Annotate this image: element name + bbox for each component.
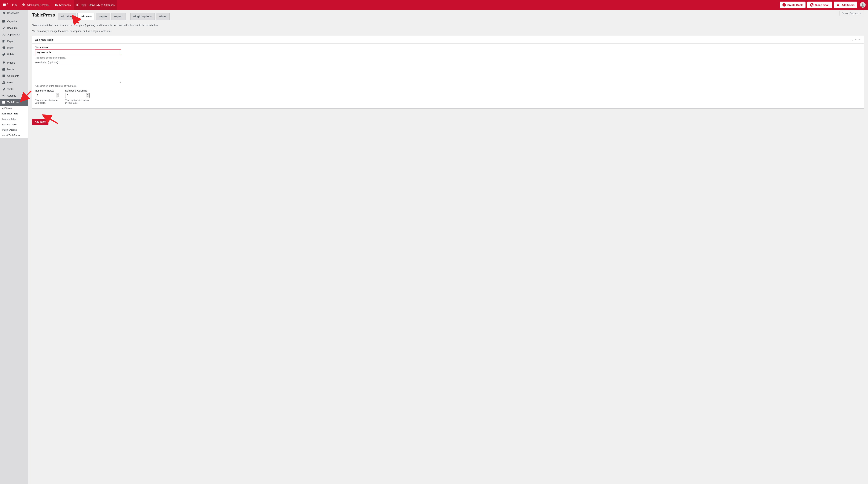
sidebar-item-export[interactable]: Export <box>0 38 28 44</box>
table-name-label: Table Name: <box>35 46 861 49</box>
books-icon <box>54 3 58 7</box>
table-name-input[interactable] <box>35 50 121 55</box>
panel-controls[interactable]: ︿ ﹀ ▲ <box>850 38 861 41</box>
sidebar-item-tablepress[interactable]: TablePress <box>0 99 28 105</box>
sidebar-label-tablepress: TablePress <box>7 101 19 104</box>
sidebar-item-import[interactable]: Import <box>0 44 28 51</box>
book-icon <box>2 20 5 23</box>
panel-title: Add New Table <box>35 38 54 41</box>
svg-point-5 <box>3 69 4 70</box>
page-title: TablePress <box>32 12 56 20</box>
sidebar-item-media[interactable]: Media <box>0 66 28 72</box>
sidebar-item-appearance[interactable]: Appearance <box>0 31 28 38</box>
sub-item-about[interactable]: About TablePress <box>0 132 28 138</box>
sidebar-item-plugins[interactable]: Plugins <box>0 59 28 66</box>
sidebar-label-media: Media <box>7 68 14 71</box>
comment-count: 0 <box>7 3 8 5</box>
description-help: A description of the contents of your ta… <box>35 85 861 87</box>
sub-item-all-tables[interactable]: All Tables <box>0 105 28 111</box>
sidebar-item-tools[interactable]: Tools <box>0 86 28 92</box>
add-table-panel: Add New Table ︿ ﹀ ▲ Table Name: The name… <box>32 36 864 109</box>
rows-spinner[interactable]: ▲▼ <box>56 93 59 97</box>
clone-book-label: Clone Book <box>815 3 829 6</box>
create-book-button[interactable]: + Create Book <box>780 2 805 8</box>
sidebar-item-settings[interactable]: Settings <box>0 92 28 99</box>
svg-point-8 <box>3 95 4 96</box>
sidebar-item-book-info[interactable]: Book Info <box>0 25 28 31</box>
sidebar-label-organize: Organize <box>7 20 17 23</box>
chevron-down-icon[interactable]: ﹀ <box>855 38 857 41</box>
description-label: Description (optional): <box>35 61 861 64</box>
sub-item-options[interactable]: Plugin Options <box>0 127 28 132</box>
svg-point-1 <box>812 5 813 6</box>
svg-point-7 <box>4 82 5 83</box>
admin-network-link[interactable]: Administer Network <box>20 0 51 10</box>
user-avatar[interactable] <box>860 2 866 8</box>
sidebar-label-plugins: Plugins <box>7 61 15 64</box>
intro-text-2: You can always change the name, descript… <box>32 29 864 33</box>
sidebar-label-dashboard: Dashboard <box>7 12 19 14</box>
create-book-label: Create Book <box>787 3 803 6</box>
tab-add-new[interactable]: Add New <box>78 13 94 20</box>
sidebar-item-dashboard[interactable]: Dashboard <box>0 10 28 16</box>
svg-rect-9 <box>3 101 5 103</box>
book-open-icon <box>76 3 79 7</box>
tab-plugin-options[interactable]: Plugin Options <box>130 13 155 20</box>
rows-input[interactable] <box>35 93 59 98</box>
sub-item-export[interactable]: Export a Table <box>0 122 28 127</box>
sidebar-label-tools: Tools <box>7 88 13 90</box>
triangle-down-icon: ▼ <box>859 12 861 14</box>
sub-item-add-new[interactable]: Add New Table <box>0 111 28 116</box>
add-users-button[interactable]: Add Users <box>834 2 857 8</box>
camera-icon <box>2 67 5 71</box>
tab-about[interactable]: About <box>156 13 169 20</box>
sparkles-icon <box>2 33 5 36</box>
sidebar-label-appearance: Appearance <box>7 33 21 36</box>
tab-export[interactable]: Export <box>111 13 125 20</box>
link-icon <box>2 53 5 56</box>
gear-icon <box>2 94 5 97</box>
main-content: Screen Options ▼ TablePress All Tables A… <box>28 10 868 484</box>
sidebar-submenu: All Tables Add New Table Import a Table … <box>0 105 28 138</box>
tab-all-tables[interactable]: All Tables <box>58 13 76 20</box>
my-books-label: My Books <box>59 3 71 6</box>
rows-label: Number of Rows: <box>35 89 59 92</box>
current-book-label: Style - University of Arkansas <box>81 3 115 6</box>
description-textarea[interactable] <box>35 65 121 83</box>
sidebar-label-export: Export <box>7 40 14 42</box>
sidebar-label-book-info: Book Info <box>7 27 18 29</box>
bank-icon <box>22 3 25 7</box>
top-bar: 0 PB Administer Network My Books Style -… <box>0 0 868 10</box>
table-name-help: The name or title of your table. <box>35 56 861 59</box>
chevron-up-icon[interactable]: ︿ <box>850 38 853 41</box>
sidebar-label-comments: Comments <box>7 74 19 77</box>
svg-point-2 <box>837 4 839 5</box>
tab-import[interactable]: Import <box>96 13 110 20</box>
cols-spinner[interactable]: ▲▼ <box>86 93 89 97</box>
tab-nav: All Tables Add New Import Export Plugin … <box>58 13 169 20</box>
sidebar-item-users[interactable]: Users <box>0 79 28 86</box>
screen-options-button[interactable]: Screen Options ▼ <box>840 11 864 16</box>
users-icon <box>2 81 5 84</box>
spin-up-icon: ▲ <box>87 94 88 95</box>
admin-sidebar: Dashboard Organize Book Info Appearance … <box>0 10 28 484</box>
current-book-link[interactable]: Style - University of Arkansas <box>74 0 117 10</box>
svg-point-6 <box>3 82 4 82</box>
sidebar-item-organize[interactable]: Organize <box>0 18 28 25</box>
chat-icon <box>3 3 6 6</box>
svg-point-3 <box>862 3 864 5</box>
pb-logo[interactable]: PB <box>10 3 19 7</box>
topbar-left: 0 PB Administer Network My Books Style -… <box>2 0 117 10</box>
my-books-link[interactable]: My Books <box>52 0 73 10</box>
triangle-up-icon[interactable]: ▲ <box>859 38 861 41</box>
admin-network-label: Administer Network <box>27 3 49 6</box>
add-table-button[interactable]: Add Table <box>32 119 49 125</box>
sidebar-item-publish[interactable]: Publish <box>0 51 28 58</box>
sub-item-import[interactable]: Import a Table <box>0 116 28 122</box>
sidebar-item-comments[interactable]: Comments <box>0 72 28 79</box>
import-icon <box>2 46 5 50</box>
panel-header: Add New Table ︿ ﹀ ▲ <box>32 36 864 43</box>
cols-input[interactable] <box>65 93 90 98</box>
clone-book-button[interactable]: Clone Book <box>807 2 832 8</box>
comment-indicator[interactable]: 0 <box>2 0 9 10</box>
